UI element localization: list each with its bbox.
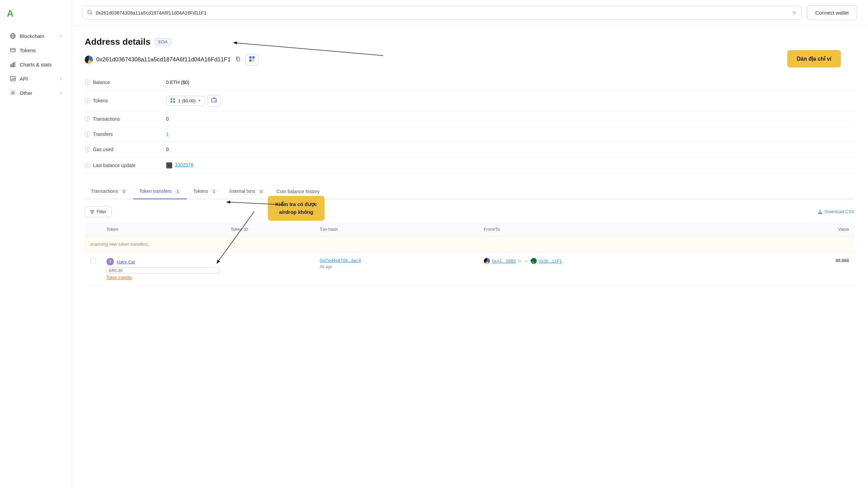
- txn-time: 4d ago: [320, 264, 473, 269]
- svg-rect-7: [14, 62, 15, 67]
- tab-transactions[interactable]: Transactions 0: [85, 184, 133, 199]
- api-icon: API: [9, 75, 16, 82]
- search-bar[interactable]: ✕: [82, 6, 802, 20]
- globe-icon: [9, 33, 16, 39]
- tab-tokens[interactable]: Tokens 1: [187, 184, 223, 199]
- filter-button[interactable]: Filter: [85, 206, 112, 217]
- download-csv-label: Download CSV: [825, 209, 854, 214]
- sidebar-item-tokens[interactable]: Tokens: [3, 43, 68, 57]
- last-balance-value: ⬛ 3302578: [166, 162, 193, 168]
- token-grid-icon: [171, 98, 175, 103]
- callout-paste: Dán địa chỉ ví: [787, 50, 841, 67]
- page-content: Address details EOA 0x261d03674308a11a5c…: [71, 26, 868, 297]
- transfer-type-link[interactable]: Token transfer: [106, 275, 220, 280]
- search-icon: [87, 9, 93, 16]
- tokens-count: 1 ($0.00): [178, 98, 196, 103]
- sidebar-item-label: Tokens: [20, 47, 36, 53]
- block-icon: ⬛: [166, 162, 172, 168]
- svg-rect-6: [12, 63, 13, 67]
- header: ✕ Connect wallet: [71, 0, 868, 26]
- gas-used-row: i Gas used 0: [85, 142, 854, 157]
- last-balance-link[interactable]: 3302578: [175, 162, 194, 167]
- txn-hash-link[interactable]: 0xf7ed4e8709...8ec4: [320, 258, 473, 263]
- row-checkbox[interactable]: [90, 258, 96, 263]
- transfers-label: i Transfers: [85, 131, 159, 137]
- svg-rect-18: [253, 57, 254, 58]
- scanning-message: scanning new token transfers...: [90, 242, 151, 247]
- table-row: T Hairy Cat ERC-20 Token transfer: [85, 252, 854, 286]
- sidebar-item-label: API: [20, 76, 28, 82]
- sidebar-item-api[interactable]: API API ›: [3, 72, 68, 85]
- token-name-link[interactable]: Hairy Cat: [117, 259, 135, 264]
- from-address-icon: [484, 258, 490, 264]
- col-token: Token: [101, 223, 225, 236]
- tabs: Transactions 0 Token transfers 1 Tokens …: [85, 184, 854, 199]
- details-table: i Balance 0 ETH ($0) i Tokens 1 ($0.00): [85, 75, 854, 174]
- copy-from-address-icon[interactable]: ⧉: [518, 259, 521, 263]
- page-title: Address details: [85, 37, 151, 47]
- col-from-to: From/To: [478, 223, 778, 236]
- eoa-badge: EOA: [155, 38, 171, 46]
- sidebar-item-other[interactable]: Other ›: [3, 86, 68, 100]
- filter-label: Filter: [97, 209, 106, 214]
- qr-code-button[interactable]: [245, 54, 258, 65]
- search-input[interactable]: [96, 10, 789, 16]
- info-icon: i: [85, 163, 90, 168]
- sidebar-item-blockchain[interactable]: Blockchain ›: [3, 29, 68, 43]
- svg-rect-3: [11, 48, 15, 52]
- page-title-row: Address details EOA: [85, 37, 854, 47]
- sidebar: A Blockchain › Tokens Charts & stats API…: [0, 0, 71, 488]
- tab-badge-token-transfers: 1: [175, 188, 181, 195]
- col-txn-hash: Txn hash: [314, 223, 478, 236]
- svg-rect-19: [250, 60, 251, 61]
- gas-used-label: i Gas used: [85, 147, 159, 152]
- gas-used-value: 0: [166, 147, 169, 152]
- chevron-down-icon: ▾: [198, 98, 200, 103]
- svg-text:API: API: [11, 78, 16, 81]
- info-icon: i: [85, 147, 90, 152]
- token-name-row: T Hairy Cat: [106, 258, 220, 265]
- svg-rect-21: [254, 60, 254, 60]
- chevron-right-icon: ›: [60, 34, 61, 38]
- download-csv-button[interactable]: Download CSV: [818, 209, 854, 214]
- transfers-value[interactable]: 1: [166, 131, 169, 137]
- col-value: Value: [778, 223, 854, 236]
- info-icon: i: [85, 80, 90, 85]
- col-token-id: Token ID: [225, 223, 314, 236]
- copy-address-button[interactable]: [234, 55, 242, 64]
- svg-point-10: [12, 92, 14, 94]
- address-row: 0x261d03674308a11a5cd1874A6f11d04A16Fd11…: [85, 54, 854, 65]
- tokens-row: i Tokens 1 ($0.00) ▾: [85, 90, 854, 111]
- address-globe-icon: [85, 56, 93, 64]
- coin-icon: [9, 47, 16, 54]
- last-balance-row: i Last balance update ⬛ 3302578: [85, 157, 854, 174]
- tab-badge-tokens: 1: [211, 188, 217, 195]
- connect-wallet-button[interactable]: Connect wallet: [807, 5, 857, 20]
- tab-internal-txns[interactable]: Internal txns 0: [223, 184, 270, 199]
- filter-row: Filter Download CSV: [85, 206, 854, 217]
- search-clear-icon[interactable]: ✕: [792, 9, 796, 16]
- from-address-link[interactable]: 0xA1...39B5: [492, 259, 516, 264]
- svg-rect-5: [11, 65, 12, 67]
- svg-point-11: [88, 10, 91, 14]
- scanning-row: scanning new token transfers...: [85, 236, 854, 252]
- callout-airdrop: Kiểm tra có được airdrop không: [268, 196, 324, 221]
- tokens-dropdown: 1 ($0.00) ▾: [166, 95, 220, 106]
- sidebar-item-charts[interactable]: Charts & stats: [3, 58, 68, 71]
- main-content: ✕ Connect wallet Address details EOA 0x2…: [71, 0, 868, 488]
- transfers-table: Token Token ID Txn hash From/To Value sc…: [85, 223, 854, 286]
- svg-rect-20: [253, 60, 253, 60]
- tokens-wallet-button[interactable]: [208, 95, 220, 106]
- balance-value: 0 ETH ($0): [166, 80, 189, 85]
- txn-hash-cell: 0xf7ed4e8709...8ec4 4d ago: [320, 258, 473, 269]
- from-to-cell: 0xA1...39B5 ⧉ → 0x26...11F1: [484, 258, 772, 264]
- col-checkbox: [85, 223, 101, 236]
- erc20-badge: ERC-20: [106, 267, 220, 273]
- to-address-link[interactable]: 0x26...11F1: [539, 259, 562, 264]
- value-cell: 88,888: [778, 252, 854, 286]
- tokens-select[interactable]: 1 ($0.00) ▾: [166, 96, 205, 106]
- balance-row: i Balance 0 ETH ($0): [85, 75, 854, 90]
- tab-token-transfers[interactable]: Token transfers 1: [133, 184, 187, 199]
- svg-rect-13: [237, 58, 240, 61]
- logo: A: [0, 8, 71, 28]
